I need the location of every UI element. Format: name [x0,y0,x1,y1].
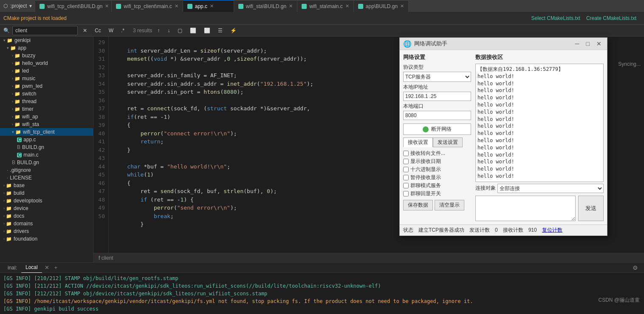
folder-icon: 📁 [14,122,20,127]
sidebar-item-main-c[interactable]: C main.c [0,151,93,159]
regex-btn[interactable]: .* [119,27,127,34]
search-clear-btn[interactable]: ✕ [80,27,90,34]
expand-btn[interactable]: ⬜ [187,27,199,34]
cb-show-date[interactable]: 显示接收日期 [403,158,471,165]
sidebar-item-app[interactable]: ▾ 📁 app [0,44,93,52]
tab-close-icon[interactable]: ✕ [345,3,349,9]
project-name: :project [10,3,27,9]
sidebar-item-base[interactable]: › 📁 base [0,182,93,189]
reset-count-link[interactable]: 复位计数 [542,227,562,234]
filter2-btn[interactable]: ⚡ [228,27,239,34]
cb-group-echo[interactable]: 群聊回显开关 [403,190,471,197]
match-case-btn[interactable]: Cc [92,27,104,34]
chevron-right-icon: › [12,53,13,58]
sidebar-item-build[interactable]: › 📁 build [0,189,93,197]
cb-group-echo-input[interactable] [403,191,409,196]
create-cmake-link[interactable]: Create CMakeLists.txt [586,15,636,21]
sidebar-item-timer[interactable]: › 📁 timer [0,105,93,113]
sidebar-label: led [22,68,29,74]
local-port-input[interactable] [403,111,471,120]
sidebar-item-docs[interactable]: › 📁 docs [0,212,93,220]
net-footer-buttons: 保存数据 清空显示 [403,200,471,210]
tab-app-build[interactable]: app\BUILD.gn ✕ [354,0,409,12]
search-box[interactable] [12,26,78,35]
sidebar-item-wifi-sta[interactable]: › 📁 wifi_sta [0,121,93,128]
add-terminal-btn[interactable]: + [52,264,60,271]
clear-display-btn[interactable]: 清空显示 [435,200,464,210]
sidebar-item-pwm-led[interactable]: › 📁 pwm_led [0,82,93,90]
send-btn[interactable]: 发送 [578,196,604,221]
sidebar-item-developtools[interactable]: › 📁 developtools [0,197,93,205]
sidebar-item-gitignore[interactable]: · .gitignore [0,166,93,174]
cb-pause[interactable]: 暂停接收显示 [403,174,471,181]
sidebar-item-thread[interactable]: › 📁 thread [0,98,93,105]
tab-close-icon[interactable]: ✕ [289,3,293,9]
cb-show-date-input[interactable] [403,159,409,164]
sidebar-item-root-build-gn[interactable]: B BUILD.gn [0,159,93,166]
cb-hex-input[interactable] [403,167,409,172]
cb-recv-file-input[interactable] [403,151,409,156]
cb-pause-input[interactable] [403,175,409,180]
connect-btn[interactable]: 断开网络 [403,123,471,135]
sidebar-item-app-c[interactable]: C app.c [0,136,93,143]
recv-line: hello world! [477,165,602,173]
sidebar-item-hello-world[interactable]: › 📁 hello_world [0,59,93,67]
recv-settings-tab[interactable]: 接收设置 [403,137,433,147]
connect-obj-select[interactable]: 全部连接 [497,184,604,193]
next-result-btn[interactable]: ↓ [165,27,172,34]
tab-file-icon [302,4,307,9]
sidebar-item-buzzy[interactable]: › 📁 buzzy [0,52,93,59]
tab-close-icon[interactable]: ✕ [175,3,178,9]
sidebar-item-license[interactable]: · LICENSE [0,174,93,182]
net-tool-titlebar: 🌐 网络调试助手 ─ □ ✕ [400,38,607,50]
cb-group[interactable]: 群聊模式服务 [403,182,471,189]
sidebar-item-build-gn[interactable]: B BUILD.gn [0,143,93,151]
cb-recv-file[interactable]: 接收转向文件... [403,150,471,157]
restore-btn[interactable]: □ [584,39,592,48]
send-settings-tab[interactable]: 发送设置 [433,137,463,147]
settings-icon[interactable]: ⚙ [630,264,641,271]
search-input[interactable] [15,28,75,34]
tab-close-icon[interactable]: ✕ [400,3,404,9]
cb-group-input[interactable] [403,183,409,188]
open-editor-btn[interactable]: ⬜ [201,27,213,34]
dropdown-icon[interactable]: ▾ [29,3,32,9]
sidebar-item-drivers[interactable]: › 📁 drivers [0,227,93,235]
sidebar-item-domains[interactable]: › 📁 domains [0,220,93,227]
tab-build-gn-client[interactable]: wifi_tcp_client\BUILD.gn ✕ [35,0,112,12]
terminal-tab-local[interactable]: Local [21,263,42,273]
prev-result-btn[interactable]: ↑ [155,27,162,34]
tab-main-c-client[interactable]: wifi_tcp_client\main.c ✕ [112,0,183,12]
tab-wifi-sta-build[interactable]: wifi_sta\BUILD.gn ✕ [234,0,297,12]
save-data-btn[interactable]: 保存数据 [403,200,433,210]
close-terminal-btn[interactable]: ✕ [42,264,52,271]
tab-close-icon[interactable]: ✕ [105,3,109,9]
collapse-btn[interactable]: ▢ [175,27,185,34]
sidebar-item-device[interactable]: › 📁 device [0,205,93,212]
cb-hex[interactable]: 十六进制显示 [403,166,471,173]
protocol-select[interactable]: TCP服务器 TCP客户端 UDP [403,72,471,82]
sidebar-label: domains [14,221,33,227]
folder-icon: 📁 [6,198,12,204]
select-cmake-link[interactable]: Select CMakeLists.txt [531,15,580,21]
sidebar-item-switch[interactable]: › 📁 switch [0,90,93,98]
sidebar-item-wifi-tcp-client[interactable]: ▾ 📁 wifi_tcp_client [0,128,93,136]
sidebar-item-led[interactable]: › 📁 led [0,67,93,75]
breadcrumb-text: client [102,255,113,261]
sidebar-item-genkipi[interactable]: ▾ 📁 genkipi [0,36,93,44]
local-ip-input[interactable] [403,92,471,101]
filter-btn[interactable]: ☰ [215,27,225,34]
recv-line: hello world! [477,73,602,80]
match-word-btn[interactable]: W [106,27,116,34]
sidebar-item-foundation[interactable]: › 📁 foundation [0,235,93,243]
tab-wifi-sta-main[interactable]: wifi_sta\main.c ✕ [297,0,354,12]
close-btn[interactable]: ✕ [594,39,604,48]
tab-label: wifi_tcp_client\BUILD.gn [47,3,102,9]
sidebar-item-wifi-ap[interactable]: › 📁 wifi_ap [0,113,93,121]
sidebar-item-music[interactable]: › 📁 music [0,75,93,82]
tab-close-icon[interactable]: ✕ [210,3,214,9]
gn-file-icon: B [17,144,20,150]
minimize-btn[interactable]: ─ [573,39,582,48]
send-textarea[interactable] [475,196,576,221]
tab-app-c[interactable]: app.c ✕ [183,0,234,12]
